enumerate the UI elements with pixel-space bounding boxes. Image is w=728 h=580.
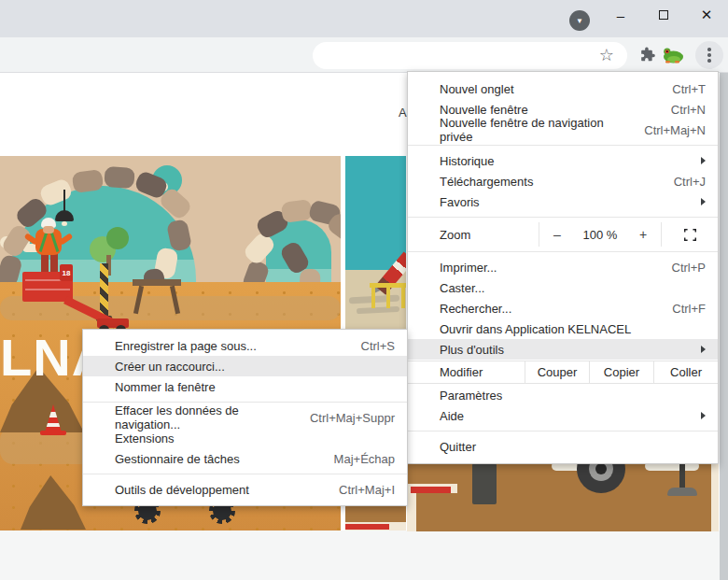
submenu-arrow-icon [701,198,706,205]
caret-glyph: ▼ [576,17,583,25]
edit-copy-button[interactable]: Copier [589,361,653,383]
menu-item-label: Rechercher... [440,302,511,316]
menu-item-label: Gestionnaire de tâches [115,452,240,466]
menu-item-label: Ouvrir dans Application KELNACEL [440,322,631,336]
dark-post [472,463,497,504]
illustration-panel-truck [407,458,719,531]
submenu-arrow-icon [701,412,706,419]
red-accent-bar [345,524,389,530]
menu-item-new-tab[interactable]: Nouvel ongletCtrl+T [408,78,718,99]
menu-item-label: Historique [440,154,495,168]
worker-face [43,226,54,233]
menu-item-label: Aide [440,409,464,423]
page-scrollbar[interactable] [720,73,728,580]
menu-item-shortcut: Ctrl+Maj+I [328,483,395,497]
menu-item-shortcut: Ctrl+Maj+N [633,123,706,137]
jack-stand-foot [667,488,697,496]
menu-item-quit[interactable]: Quitter [408,436,718,457]
menu-item-history[interactable]: Historique [408,150,718,171]
menu-item-cast[interactable]: Caster... [408,277,718,298]
extensions-puzzle-icon[interactable] [638,46,656,67]
menu-separator [83,474,407,474]
menu-item-task-manager[interactable]: Gestionnaire de tâchesMaj+Échap [83,448,407,469]
arch-stone [281,199,314,223]
brown-strip [345,503,406,524]
lift-sign: 18 [60,264,73,281]
tree [106,227,129,249]
zoom-label: Zoom [408,228,539,242]
bookmark-star-icon[interactable]: ☆ [599,46,614,64]
caret-menu-icon[interactable]: ▼ [569,10,590,31]
menu-separator [408,217,718,218]
menu-item-shortcut: Maj+Échap [323,452,395,466]
menu-item-label: Outils de développement [115,483,249,497]
menu-item-shortcut: Ctrl+Maj+Suppr [299,411,395,425]
jack-stand-pole [679,463,685,489]
menu-separator [83,402,407,403]
menu-item-name-window[interactable]: Nommer la fenêtre [83,376,407,397]
edit-label[interactable]: Modifier [408,361,525,383]
close-button[interactable]: ✕ [685,0,728,30]
worker-leg [41,253,49,274]
menu-item-label: Quitter [440,440,476,454]
edit-paste-button[interactable]: Coller [653,361,718,383]
zoom-in-button[interactable]: + [625,227,661,242]
menu-item-shortcut: Ctrl+T [661,82,706,96]
yellow-railing-post [371,286,375,308]
worker-leg [50,253,58,274]
menu-item-label: Nommer la fenêtre [115,380,216,394]
menu-item-label: Téléchargements [440,175,533,189]
minimize-button[interactable]: – [599,0,642,30]
menu-item-more-tools[interactable]: Plus d'outils [408,339,718,360]
menu-item-label: Créer un raccourci... [115,360,225,374]
edit-cut-button[interactable]: Couper [525,361,589,383]
page-footer-area [0,530,728,580]
menu-item-downloads[interactable]: TéléchargementsCtrl+J [408,171,718,191]
maximize-button[interactable] [642,0,685,30]
menu-item-find[interactable]: Rechercher...Ctrl+F [408,298,718,318]
menu-item-label: Imprimer... [440,261,497,275]
menu-separator [408,251,718,252]
menu-separator [408,431,718,431]
menu-item-print[interactable]: Imprimer...Ctrl+P [408,257,718,277]
traffic-cone-base [40,431,66,435]
menu-item-new-incognito-window[interactable]: Nouvelle fenêtre de navigation privéeCtr… [408,120,718,140]
submenu-arrow-icon [701,346,706,353]
menu-item-shortcut: Ctrl+N [660,103,706,117]
page-stray-text: A [399,106,407,120]
menu-item-shortcut: Ctrl+J [663,175,706,189]
address-bar[interactable]: ☆ [313,42,627,69]
toolbar: ☆ [0,37,728,73]
menu-item-label: Caster... [440,281,484,295]
more-tools-submenu: Enregistrer la page sous...Ctrl+SCréer u… [82,329,408,506]
menu-item-save-page-as[interactable]: Enregistrer la page sous...Ctrl+S [83,335,407,356]
menu-item-bookmarks[interactable]: Favoris [408,191,718,212]
menu-item-help[interactable]: Aide [408,405,718,426]
browser-main-menu: Nouvel ongletCtrl+TNouvelle fenêtreCtrl+… [407,71,719,464]
menu-item-zoom: Zoom–100 %+ [408,222,718,247]
menu-item-open-in-app[interactable]: Ouvrir dans Application KELNACEL [408,318,718,339]
maximize-icon [659,10,668,20]
submenu-arrow-icon [701,157,706,164]
menu-item-clear-browsing-data[interactable]: Effacer les données de navigation...Ctrl… [83,407,407,428]
browser-menu-button[interactable] [695,41,723,69]
menu-item-label: Nouvelle fenêtre de navigation privée [440,116,633,144]
menu-item-label: Extensions [115,431,175,446]
menu-item-developer-tools[interactable]: Outils de développementCtrl+Maj+I [83,479,407,500]
menu-separator [408,145,718,146]
menu-item-label: Effacer les données de navigation... [115,403,299,431]
menu-item-settings[interactable]: Paramètres [408,385,718,405]
menu-item-shortcut: Ctrl+P [661,261,706,275]
cream-edge [711,458,719,531]
fullscreen-button[interactable] [662,229,718,241]
menu-item-label: Nouvelle fenêtre [440,103,528,117]
menu-item-label: Plus d'outils [440,343,504,357]
menu-item-shortcut: Ctrl+S [350,339,395,353]
yellow-railing-post [401,286,405,308]
menu-item-create-shortcut[interactable]: Créer un raccourci... [83,356,407,376]
teal-sky [345,156,406,270]
menu-item-label: Nouvel onglet [440,82,514,96]
frog-extension-icon[interactable] [663,47,684,67]
zoom-out-button[interactable]: – [539,227,575,242]
menu-item-edit: ModifierCouperCopierColler [408,361,718,384]
